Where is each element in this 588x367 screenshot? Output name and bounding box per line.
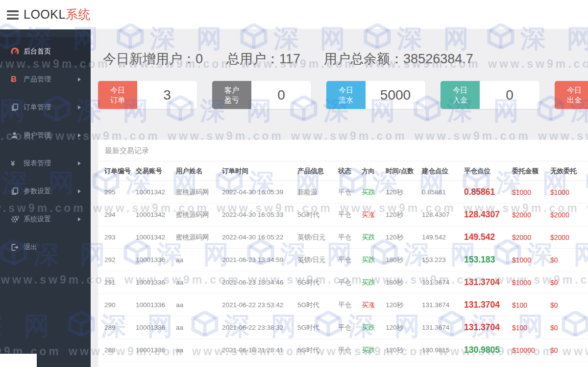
sidebar-item-reports[interactable]: ¥报表管理 [0, 149, 91, 177]
direction-cell: 买跌 [360, 271, 384, 294]
amount-cell: $10000 [510, 339, 548, 362]
duration-cell: 120秒 [384, 204, 420, 226]
sidebar-item-label: 后台首页 [24, 47, 51, 56]
panel-title: 最新交易记录 [98, 140, 588, 161]
card-label: 今日出金 [555, 81, 588, 109]
status-cell: 平仓 [336, 294, 360, 316]
account-cell: 10001336 [134, 294, 174, 316]
table-row: 29410001342蜜桃源码网2022-04-30 16:05:335G时代平… [98, 204, 588, 226]
amount-cell: $100 [510, 294, 548, 316]
sidebar-item-products[interactable]: Ƀ产品管理 [0, 65, 91, 93]
name-cell: aa [174, 271, 220, 294]
time-cell: 2022-04-30 16:05:39 [220, 181, 295, 204]
stat-label: 今日新增用户： [103, 52, 196, 66]
stat-item-1: 总用户：117 [226, 50, 300, 68]
close-cell: 0.85861 [462, 181, 510, 204]
column-header-direction: 方向 [360, 161, 384, 181]
invalid-cell: $1000 [548, 181, 588, 204]
open-cell: 128.4307 [420, 204, 462, 226]
status-cell: 平仓 [336, 339, 360, 362]
account-cell: 10001342 [134, 226, 174, 249]
column-header-duration: 时间/点数 [384, 161, 420, 181]
time-cell: 2021-06-23 13:34:59 [220, 249, 295, 271]
amount-cell: $10000 [510, 362, 548, 367]
column-header-close: 平仓点位 [462, 161, 510, 181]
card-label: 今日订单 [98, 81, 137, 109]
brand-name: LOOKL [24, 7, 66, 21]
card-label: 客户盈亏 [212, 81, 251, 109]
open-cell: 0.85861 [420, 181, 462, 204]
product-cell: 新能源 [295, 181, 336, 204]
sidebar-item-system[interactable]: 系统设置 [0, 205, 91, 233]
column-header-open: 建仓点位 [420, 161, 462, 181]
id-cell: 289 [98, 316, 134, 339]
amount-cell: $100 [510, 316, 548, 339]
id-cell: 287 [98, 362, 134, 367]
card-value: 3 [137, 81, 197, 109]
sidebar-item-home[interactable]: 后台首页 [0, 37, 91, 65]
sidebar-item-label: 产品管理 [24, 75, 51, 84]
bitcoin-icon: Ƀ [11, 76, 24, 83]
close-cell: 130.9805 [462, 339, 510, 362]
sidebar-item-logout[interactable]: 退出 [0, 233, 91, 261]
chevron-right-icon [78, 161, 81, 165]
name-cell: aa [174, 294, 220, 316]
gear-icon [11, 215, 24, 223]
stat-label: 用户总余额： [324, 52, 403, 66]
column-header-account: 交易账号 [134, 161, 174, 181]
id-cell: 291 [98, 271, 134, 294]
sidebar-item-users[interactable]: 用户管理 [0, 121, 91, 149]
id-cell: 288 [98, 339, 134, 362]
time-cell: 2021-06-22 23:38:32 [220, 316, 295, 339]
close-cell: 130.9633 [462, 362, 510, 367]
column-header-amount: 委托金额 [510, 161, 548, 181]
card-value: 0 [251, 81, 311, 109]
sidebar-item-params[interactable]: 参数设置 [0, 177, 91, 205]
invalid-cell: $0 [548, 271, 588, 294]
name-cell: 蜜桃源码网 [174, 181, 220, 204]
column-header-id: 订单编号 [98, 161, 134, 181]
amount-cell: $1000 [510, 271, 548, 294]
stat-value: 0 [196, 52, 203, 66]
close-cell: 153.183 [462, 249, 510, 271]
sidebar: 后台首页Ƀ产品管理订单管理用户管理¥报表管理参数设置系统设置退出 [0, 29, 91, 367]
amount-cell: $2000 [510, 226, 548, 249]
direction-cell: 买跌 [360, 362, 384, 367]
stats-bar: 今日新增用户：0总用户：117用户总余额：38526384.7 [103, 50, 473, 68]
duration-cell: 240秒 [384, 362, 420, 367]
sidebar-item-label: 用户管理 [24, 131, 51, 140]
table-row: 29310001342蜜桃源码网2022-04-30 16:05:22英镑/日元… [98, 226, 588, 249]
amount-cell: $1000 [510, 181, 548, 204]
account-cell: 10001336 [134, 362, 174, 367]
invalid-cell: $2000 [548, 204, 588, 226]
table-row: 28810001336aa2021-06-18 21:28:415G时代平仓买跌… [98, 339, 588, 362]
stat-cards-row: 今日订单3客户盈亏0今日流水5000今日入金0今日出金 [98, 81, 588, 109]
product-cell: 英镑/日元 [295, 226, 336, 249]
status-tooltip-box [0, 354, 37, 367]
sidebar-item-label: 参数设置 [24, 187, 51, 196]
open-cell: 131.3674 [420, 316, 462, 339]
close-cell: 128.4307 [462, 204, 510, 226]
table-row: 29210001336aa2021-06-23 13:34:59英镑/日元平仓买… [98, 249, 588, 271]
hamburger-menu-icon[interactable] [7, 10, 19, 22]
amount-cell: $1000 [510, 249, 548, 271]
duration-cell: 180秒 [384, 271, 420, 294]
chevron-right-icon [78, 105, 81, 109]
sidebar-item-orders[interactable]: 订单管理 [0, 93, 91, 121]
table-row: 29110001336aa2021-06-23 13:34:465G时代平仓买跌… [98, 271, 588, 294]
account-cell: 10001336 [134, 316, 174, 339]
close-cell: 149.542 [462, 226, 510, 249]
direction-cell: 买跌 [360, 226, 384, 249]
table-row: 28710001336aa2021-06-18 21:26:115G时代平仓买跌… [98, 362, 588, 367]
id-cell: 292 [98, 249, 134, 271]
duration-cell: 180秒 [384, 249, 420, 271]
status-cell: 平仓 [336, 362, 360, 367]
sidebar-item-label: 报表管理 [24, 159, 51, 168]
name-cell: aa [174, 362, 220, 367]
status-cell: 平仓 [336, 181, 360, 204]
duration-cell: 120秒 [384, 294, 420, 316]
duration-cell: 120秒 [384, 181, 420, 204]
open-cell: 149.542 [420, 226, 462, 249]
direction-cell: 买跌 [360, 339, 384, 362]
yen-icon: ¥ [11, 159, 24, 167]
